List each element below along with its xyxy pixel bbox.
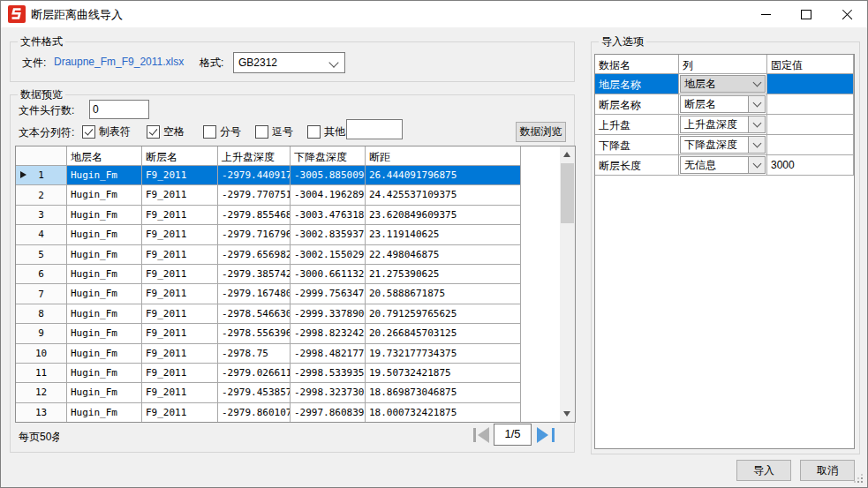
grid-cell[interactable]: -2979.860107... (218, 403, 291, 423)
grid-cell[interactable]: Hugin_Fm (67, 225, 142, 244)
row-header-cell[interactable]: 1 (16, 166, 67, 185)
grid-cell[interactable]: -2978.556396... (218, 324, 291, 343)
option-fixed-cell[interactable] (767, 74, 854, 94)
grid-cell[interactable]: Hugin_Fm (67, 304, 142, 324)
minimize-button[interactable] (745, 1, 786, 27)
dropdown-button[interactable] (748, 116, 765, 132)
option-row[interactable]: 上升盘上升盘深度 (595, 115, 854, 135)
table-row[interactable]: 9Hugin_FmF9_2011-2978.556396...-2998.823… (16, 324, 560, 343)
row-header-cell[interactable]: 10 (16, 344, 67, 364)
grid-cell[interactable]: Hugin_Fm (67, 284, 142, 304)
header-rows-input[interactable] (89, 100, 149, 119)
dropdown-button[interactable] (748, 157, 765, 173)
dropdown-button[interactable] (748, 96, 765, 112)
close-button[interactable] (826, 1, 867, 27)
grid-cell[interactable]: -2979.85546875 (218, 206, 291, 225)
grid-cell[interactable]: 23.620849609375 (366, 206, 521, 225)
table-row[interactable]: 4Hugin_FmF9_2011-2979.716796875-3002.835… (16, 225, 560, 244)
scroll-up-icon[interactable] (563, 152, 570, 157)
row-header-cell[interactable]: 3 (16, 206, 67, 225)
grid-cell[interactable]: -3002.8359375 (291, 225, 366, 244)
table-row[interactable]: 6Hugin_FmF9_2011-2979.385742...-3000.661… (16, 265, 560, 284)
grid-cell[interactable]: F9_2011 (142, 265, 218, 284)
grid-cell[interactable]: 19.732177734375 (366, 344, 521, 364)
table-row[interactable]: 8Hugin_FmF9_2011-2978.546630...-2999.337… (16, 304, 560, 324)
grid-cell[interactable]: Hugin_Fm (67, 245, 142, 265)
row-header-cell[interactable]: 5 (16, 245, 67, 265)
grid-cell[interactable]: Hugin_Fm (67, 324, 142, 343)
grid-cell[interactable]: -2979.167480... (218, 284, 291, 304)
grid-cell[interactable]: Hugin_Fm (67, 344, 142, 364)
grid-cell[interactable]: -2979.385742... (218, 265, 291, 284)
grid-cell[interactable]: -2978.75 (218, 344, 291, 364)
column-select[interactable]: 断层名 (680, 95, 766, 113)
grid-cell[interactable]: Hugin_Fm (67, 364, 142, 383)
row-header-cell[interactable]: 6 (16, 265, 67, 284)
grid-cell[interactable]: -2978.546630... (218, 304, 291, 324)
grid-cell[interactable]: F9_2011 (142, 383, 218, 402)
option-row[interactable]: 地层名称地层名 (595, 74, 854, 94)
grid-cell[interactable]: -2999.756347... (291, 284, 366, 304)
vertical-scrollbar[interactable] (560, 146, 575, 422)
grid-cell[interactable]: 19.50732421875 (366, 364, 521, 383)
grid-cell[interactable]: F9_2011 (142, 324, 218, 343)
grid-cell[interactable]: F9_2011 (142, 304, 218, 324)
option-row[interactable]: 断层名称断层名 (595, 94, 854, 115)
grid-cell[interactable]: Hugin_Fm (67, 265, 142, 284)
grid-cell[interactable]: 20.5888671875 (366, 284, 521, 304)
grid-cell[interactable]: -2979.656982... (218, 245, 291, 265)
grid-cell[interactable]: 20.791259765625 (366, 304, 521, 324)
checkbox-unchecked-icon[interactable] (203, 125, 216, 139)
file-name-link[interactable]: Draupne_Fm_F9_2011.xlsx (54, 56, 184, 68)
delimiter-option[interactable]: 空格 (147, 124, 185, 139)
data-browse-button[interactable]: 数据浏览 (516, 122, 566, 142)
table-row[interactable]: 13Hugin_FmF9_2011-2979.860107...-2997.86… (16, 403, 560, 423)
grid-cell[interactable]: -3004.196289... (291, 185, 366, 205)
page-number-box[interactable]: 1/5 (494, 424, 532, 446)
delimiter-option[interactable]: 逗号 (255, 124, 293, 139)
grid-cell[interactable]: -2979.453857... (218, 383, 291, 402)
grid-cell[interactable]: 26.444091796875 (366, 166, 521, 185)
row-header-cell[interactable]: 2 (16, 185, 67, 205)
grid-cell[interactable]: F9_2011 (142, 245, 218, 265)
option-fixed-cell[interactable] (767, 135, 854, 155)
option-column-cell[interactable]: 地层名 (679, 74, 767, 94)
grid-cell[interactable]: -2998.323730... (291, 383, 366, 402)
dropdown-button[interactable] (748, 137, 765, 153)
grid-cell[interactable]: F9_2011 (142, 185, 218, 205)
grid-cell[interactable]: F9_2011 (142, 225, 218, 244)
row-header-cell[interactable]: 12 (16, 383, 67, 402)
table-row[interactable]: 7Hugin_FmF9_2011-2979.167480...-2999.756… (16, 284, 560, 304)
grid-cell[interactable]: Hugin_Fm (67, 383, 142, 402)
next-page-button[interactable] (535, 425, 559, 446)
table-row[interactable]: 11Hugin_FmF9_2011-2979.026611...-2998.53… (16, 364, 560, 383)
table-row[interactable]: 2Hugin_FmF9_2011-2979.770751...-3004.196… (16, 185, 560, 205)
option-row[interactable]: 下降盘下降盘深度 (595, 135, 854, 155)
table-row[interactable]: 3Hugin_FmF9_2011-2979.85546875-3003.4763… (16, 206, 560, 225)
grid-cell[interactable]: F9_2011 (142, 364, 218, 383)
grid-cell[interactable]: 18.000732421875 (366, 403, 521, 423)
column-select[interactable]: 地层名 (680, 75, 766, 93)
maximize-button[interactable] (786, 1, 826, 27)
grid-column-header[interactable]: 下降盘深度 (291, 146, 366, 166)
option-fixed-cell[interactable] (767, 94, 854, 115)
grid-cell[interactable]: -2998.533935... (291, 364, 366, 383)
grid-cell[interactable]: 20.266845703125 (366, 324, 521, 343)
checkbox-unchecked-icon[interactable] (255, 125, 268, 139)
option-fixed-cell[interactable]: 3000 (767, 155, 854, 176)
grid-cell[interactable]: Hugin_Fm (67, 185, 142, 205)
row-header-cell[interactable]: 11 (16, 364, 67, 383)
first-page-button[interactable] (470, 425, 494, 446)
resize-grip[interactable] (861, 481, 863, 483)
grid-cell[interactable]: Hugin_Fm (67, 206, 142, 225)
grid-cell[interactable]: 18.869873046875 (366, 383, 521, 402)
table-row[interactable]: 5Hugin_FmF9_2011-2979.656982...-3002.155… (16, 245, 560, 265)
option-column-cell[interactable]: 下降盘深度 (679, 135, 767, 155)
delimiter-option[interactable]: 其他 (307, 124, 345, 139)
option-name-cell[interactable]: 地层名称 (595, 74, 679, 94)
grid-cell[interactable]: -2997.860839... (291, 403, 366, 423)
table-row[interactable]: 1Hugin_FmF9_2011-2979.440917...-3005.885… (16, 166, 560, 185)
grid-cell[interactable]: F9_2011 (142, 166, 218, 185)
dropdown-button[interactable] (749, 76, 765, 92)
row-header-cell[interactable]: 13 (16, 403, 67, 423)
